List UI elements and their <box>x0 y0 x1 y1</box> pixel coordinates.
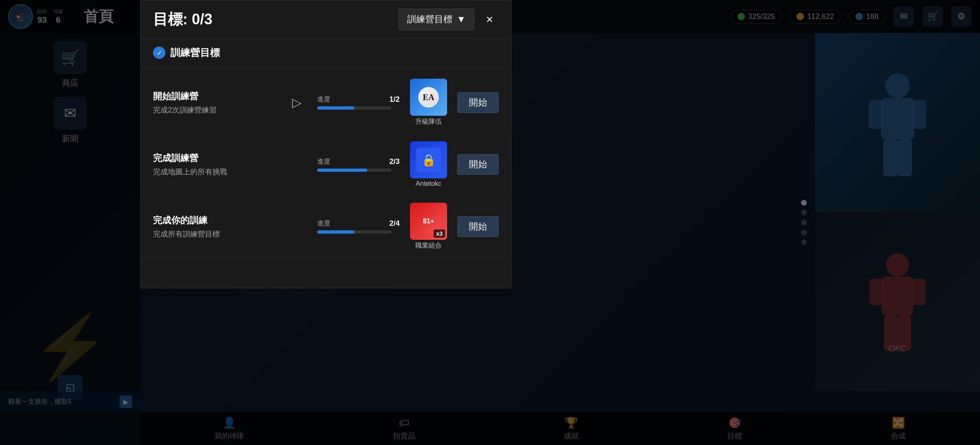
reward-label-2: Antetokc <box>416 180 441 187</box>
mission-1-desc: 完成2次訓練營練習 <box>153 105 276 115</box>
modal-close-button[interactable]: × <box>481 10 499 28</box>
progress-bar-bg-2 <box>317 169 391 172</box>
reward-label-3: 職業組合 <box>415 241 442 250</box>
progress-value-2: 2/3 <box>389 157 400 166</box>
send-icon-2 <box>284 152 309 177</box>
reward-container-3: 81+ x3 職業組合 <box>408 203 449 250</box>
progress-text-1: 進度 <box>317 95 330 104</box>
progress-bar-bg-3 <box>317 230 391 234</box>
mission-3-name: 完成你的訓練 <box>153 214 276 227</box>
mission-2-info: 完成訓練營 完成地圖上的所有挑戰 <box>153 152 276 177</box>
mission-row-1: 開始訓練營 完成2次訓練營練習 ▷ 進度 1/2 <box>141 71 511 134</box>
modal-title: 目標: 0/3 <box>153 9 212 30</box>
mission-3-info: 完成你的訓練 完成所有訓練營目標 <box>153 214 276 239</box>
modal-header-right: 訓練營目標 ▼ × <box>398 9 499 30</box>
progress-bar-fill-1 <box>317 106 354 110</box>
mission-2-progress-label: 進度 2/3 <box>317 157 400 166</box>
send-icon-3 <box>284 214 309 239</box>
progress-bar-fill-2 <box>317 169 367 172</box>
mission-3-desc: 完成所有訓練營目標 <box>153 229 276 239</box>
mission-1-progress-label: 進度 1/2 <box>317 95 400 104</box>
send-icon-1: ▷ <box>284 90 309 115</box>
progress-text-3: 進度 <box>317 219 330 228</box>
progress-value-1: 1/2 <box>389 95 400 104</box>
mission-row-2: 完成訓練營 完成地圖上的所有挑戰 進度 2/3 🔒 <box>141 134 511 195</box>
progress-bar-fill-3 <box>317 230 354 234</box>
lock-icon-2: 🔒 <box>416 148 441 172</box>
progress-text-2: 進度 <box>317 157 330 166</box>
mission-2-name: 完成訓練營 <box>153 152 276 164</box>
mission-2-progress: 進度 2/3 <box>317 157 400 172</box>
section-title: 訓練營目標 <box>170 46 220 59</box>
category-label: 訓練營目標 <box>407 13 452 26</box>
start-button-2[interactable]: 開始 <box>457 154 499 175</box>
mission-1-info: 開始訓練營 完成2次訓練營練習 <box>153 90 276 115</box>
ea-logo-1: EA <box>418 87 439 108</box>
reward-icon-2: 🔒 <box>410 141 447 178</box>
mission-1-name: 開始訓練營 <box>153 90 276 103</box>
mission-3-progress: 進度 2/4 <box>317 219 400 234</box>
reward-icon-3: 81+ x3 <box>410 203 447 240</box>
section-header: ✓ 訓練營目標 <box>141 39 511 67</box>
mission-3-progress-label: 進度 2/4 <box>317 219 400 228</box>
mission-1-progress: 進度 1/2 <box>317 95 400 110</box>
progress-value-3: 2/4 <box>389 219 400 228</box>
reward-container-1: EA 升級隊伍 <box>408 79 449 126</box>
modal-panel: 目標: 0/3 訓練營目標 ▼ × ✓ 訓練營目標 開始訓練營 完成2次訓練營練… <box>140 0 511 288</box>
progress-bar-bg-1 <box>317 106 391 110</box>
reward-icon-1: EA <box>410 79 447 116</box>
start-button-3[interactable]: 開始 <box>457 216 499 237</box>
modal-header: 目標: 0/3 訓練營目標 ▼ × <box>141 0 511 39</box>
chevron-down-icon: ▼ <box>457 14 466 25</box>
missions-list: 開始訓練營 完成2次訓練營練習 ▷ 進度 1/2 <box>141 67 511 262</box>
start-button-1[interactable]: 開始 <box>457 92 499 113</box>
reward-container-2: 🔒 Antetokc <box>408 141 449 187</box>
reward-badge-3: x3 <box>433 230 445 238</box>
mission-row-3: 完成你的訓練 完成所有訓練營目標 進度 2/4 81+ <box>141 195 511 258</box>
category-dropdown[interactable]: 訓練營目標 ▼ <box>398 9 474 30</box>
reward-label-1: 升級隊伍 <box>415 117 442 126</box>
check-icon: ✓ <box>153 47 165 59</box>
mission-2-desc: 完成地圖上的所有挑戰 <box>153 167 276 177</box>
modal-overlay: 目標: 0/3 訓練營目標 ▼ × ✓ 訓練營目標 開始訓練營 完成2次訓練營練… <box>0 0 980 445</box>
